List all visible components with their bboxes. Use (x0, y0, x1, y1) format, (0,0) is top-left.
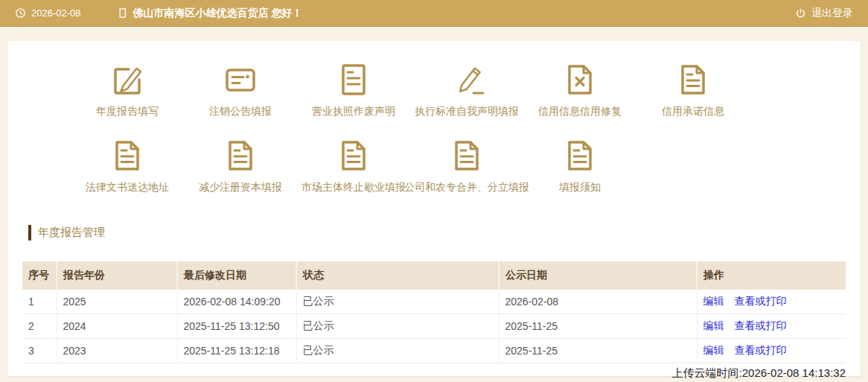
grid-item-row2-0[interactable]: 法律文书送达地址 (71, 138, 184, 193)
col-header-actions: 操作 (697, 261, 846, 290)
grid-item-row2-3[interactable]: 公司和农专合并、分立填报 (410, 138, 523, 193)
logout-label: 退出登录 (811, 7, 853, 20)
grid-item-row1-0[interactable]: 年度报告填写 (71, 62, 184, 117)
grid-item-label: 市场主体终止歇业填报 (301, 181, 406, 193)
view-print-link[interactable]: 查看或打印 (735, 344, 787, 356)
topbar-date-text: 2026-02-08 (31, 7, 81, 19)
cell-status: 已公示 (296, 290, 499, 314)
grid-item-row1-4[interactable]: 信用信息信用修复 (523, 62, 636, 117)
grid-item-label: 执行标准自我声明填报 (415, 105, 519, 117)
cell-no: 2 (22, 314, 57, 339)
col-header-modified: 最后修改日期 (177, 261, 296, 290)
document-fold-icon (336, 138, 371, 174)
grid-row-1: 年度报告填写 注销公告填报 营业执照作废声明 执行标准自我声明填报 信用信息信用… (71, 62, 861, 117)
grid-item-row1-5[interactable]: 信用承诺信息 (636, 62, 750, 117)
table-header-row: 序号 报告年份 最后修改日期 状态 公示日期 操作 (22, 261, 846, 290)
section-title: 年度报告管理 (38, 226, 105, 240)
power-icon (795, 7, 806, 19)
cell-no: 1 (22, 290, 57, 314)
grid-item-row2-4[interactable]: 填报须知 (523, 138, 636, 193)
col-header-published: 公示日期 (499, 261, 697, 290)
cell-published: 2025-11-25 (499, 339, 697, 363)
cell-modified: 2026-02-08 14:09:20 (177, 290, 296, 314)
accent-bar (28, 225, 31, 241)
topbar-company-text: 佛山市南海区小雄优选百货店 您好！ (133, 7, 303, 20)
cell-no: 3 (22, 339, 57, 363)
announcement-card-icon (223, 62, 258, 98)
grid-item-label: 年度报告填写 (96, 105, 159, 117)
grid-item-label: 减少注册资本填报 (199, 181, 282, 193)
table-row: 220242025-11-25 13:12:50已公示2025-11-25编辑查… (22, 314, 846, 339)
table-row: 120252026-02-08 14:09:20已公示2026-02-08编辑查… (22, 290, 846, 314)
edit-link[interactable]: 编辑 (703, 344, 724, 356)
cell-actions: 编辑查看或打印 (697, 314, 846, 339)
annual-report-table: 序号 报告年份 最后修改日期 状态 公示日期 操作 120252026-02-0… (22, 261, 846, 363)
upload-time-text: 上传云端时间:2026-02-08 14:13:32 (22, 366, 846, 381)
cell-published: 2025-11-25 (499, 314, 697, 339)
grid-item-label: 信用承诺信息 (662, 105, 724, 117)
document-fold-icon (449, 138, 485, 174)
document-fold-icon (562, 138, 598, 174)
edit-link[interactable]: 编辑 (703, 319, 724, 331)
view-print-link[interactable]: 查看或打印 (735, 295, 787, 307)
grid-item-label: 公司和农专合并、分立填报 (404, 181, 529, 193)
cell-published: 2026-02-08 (499, 290, 697, 314)
section-header: 年度报告管理 (28, 224, 861, 241)
grid-item-row1-3[interactable]: 执行标准自我声明填报 (410, 62, 523, 117)
grid-item-label: 填报须知 (559, 181, 601, 193)
cell-modified: 2025-11-25 13:12:50 (177, 314, 296, 339)
main-card: 年度报告填写 注销公告填报 营业执照作废声明 执行标准自我声明填报 信用信息信用… (7, 41, 861, 376)
col-header-year: 报告年份 (57, 261, 177, 290)
grid-item-row2-1[interactable]: 减少注册资本填报 (184, 138, 297, 193)
topbar-date: 2026-02-08 (15, 7, 81, 19)
table-row: 320232025-11-25 13:12:18已公示2025-11-25编辑查… (22, 339, 846, 363)
logout-button[interactable]: 退出登录 (795, 7, 853, 20)
grid-item-row2-2[interactable]: 市场主体终止歇业填报 (297, 138, 410, 193)
grid-item-row1-1[interactable]: 注销公告填报 (184, 62, 297, 117)
cell-year: 2025 (57, 290, 177, 314)
cell-modified: 2025-11-25 13:12:18 (177, 339, 296, 363)
cell-actions: 编辑查看或打印 (697, 290, 846, 314)
grid-row-2: 法律文书送达地址 减少注册资本填报 市场主体终止歇业填报 公司和农专合并、分立填… (71, 138, 861, 193)
cell-year: 2024 (57, 314, 177, 339)
clock-icon (15, 7, 26, 19)
cell-status: 已公示 (296, 314, 499, 339)
grid-item-label: 法律文书送达地址 (86, 181, 169, 193)
edit-link[interactable]: 编辑 (703, 295, 724, 307)
cell-status: 已公示 (296, 339, 499, 363)
document-x-icon (562, 62, 598, 98)
grid-item-label: 营业执照作废声明 (312, 105, 395, 117)
topbar-company: 佛山市南海区小雄优选百货店 您好！ (117, 7, 303, 20)
document-fold-icon (675, 62, 711, 98)
cell-year: 2023 (57, 339, 177, 363)
document-fold-icon (109, 138, 145, 174)
document-fold-icon (223, 138, 258, 174)
function-icon-grid: 年度报告填写 注销公告填报 营业执照作废声明 执行标准自我声明填报 信用信息信用… (7, 41, 861, 193)
edit-square-icon (109, 62, 145, 98)
col-header-status: 状态 (296, 261, 499, 290)
topbar: 2026-02-08 佛山市南海区小雄优选百货店 您好！ 退出登录 (0, 0, 868, 27)
grid-item-label: 注销公告填报 (209, 105, 272, 117)
cell-actions: 编辑查看或打印 (697, 339, 846, 363)
col-header-no: 序号 (22, 261, 57, 290)
pencil-icon (449, 62, 485, 98)
grid-item-label: 信用信息信用修复 (538, 105, 622, 117)
document-lines-icon (336, 62, 371, 98)
view-print-link[interactable]: 查看或打印 (735, 319, 787, 331)
grid-item-row1-2[interactable]: 营业执照作废声明 (297, 62, 410, 117)
organization-icon (117, 7, 128, 19)
